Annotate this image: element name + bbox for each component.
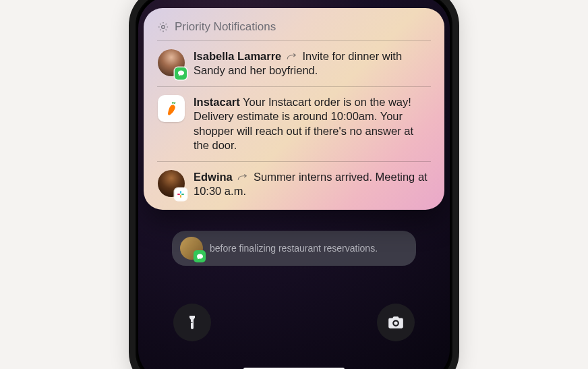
reply-arrow-icon (237, 173, 249, 182)
carrot-icon (163, 100, 180, 117)
notification-row[interactable]: Edwina Summer interns arrived. Meeting a… (157, 162, 431, 200)
avatar (180, 237, 203, 260)
svg-rect-4 (177, 194, 180, 195)
lock-screen: before finalizing restaurant reservation… (138, 0, 450, 369)
notification-row[interactable]: Instacart Your Instacart order is on the… (157, 87, 431, 162)
sender-name: Edwina (194, 171, 233, 183)
svg-point-0 (162, 26, 165, 29)
flashlight-icon (184, 314, 200, 331)
camera-button[interactable] (377, 304, 415, 341)
slack-badge-icon (175, 188, 187, 200)
card-title: Priority Notifications (175, 20, 276, 34)
camera-icon (387, 314, 405, 331)
sender-name: Isabella Lamarre (194, 50, 281, 62)
instacart-app-icon (158, 95, 185, 122)
messages-badge-icon (194, 250, 206, 262)
notification-row[interactable]: Isabella Lamarre Invite for dinner with … (157, 41, 431, 87)
iphone-frame: before finalizing restaurant reservation… (129, 0, 459, 369)
svg-rect-3 (180, 195, 181, 198)
notification-content: Isabella Lamarre Invite for dinner with … (194, 49, 431, 78)
card-header: Priority Notifications (157, 20, 431, 41)
background-notification[interactable]: before finalizing restaurant reservation… (172, 231, 416, 266)
reply-arrow-icon (286, 52, 298, 61)
flashlight-button[interactable] (173, 304, 211, 341)
svg-rect-2 (181, 194, 184, 195)
notification-content: Edwina Summer interns arrived. Meeting a… (194, 170, 431, 199)
background-notification-text: before finalizing restaurant reservation… (210, 243, 378, 254)
priority-notifications-card[interactable]: Priority Notifications Isabella Lamarre … (144, 8, 444, 210)
gear-icon (157, 21, 169, 33)
notification-content: Instacart Your Instacart order is on the… (194, 95, 431, 153)
sender-name: Instacart (194, 96, 240, 108)
svg-rect-1 (180, 191, 181, 194)
messages-badge-icon (175, 67, 187, 80)
